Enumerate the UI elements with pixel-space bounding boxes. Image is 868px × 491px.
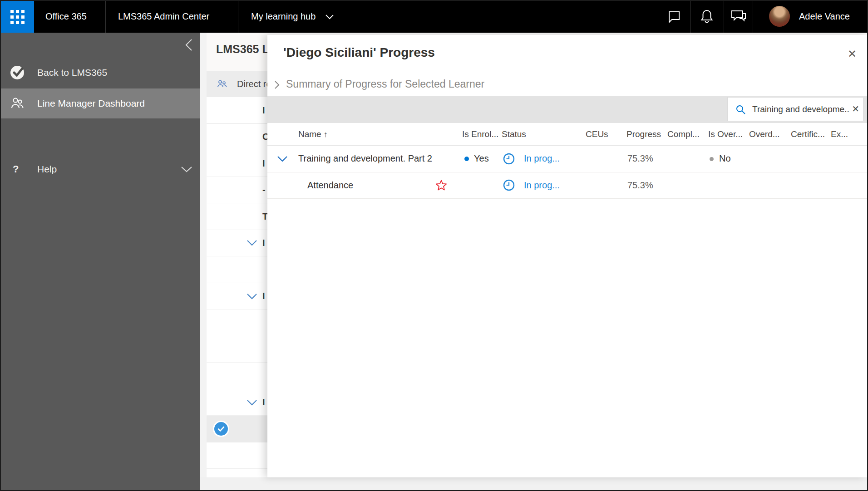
progress-panel: 'Diego Siciliani' Progress ✕ Summary of … bbox=[267, 35, 867, 477]
notifications-button[interactable] bbox=[691, 0, 723, 33]
topbar: Office 365 LMS365 Admin Center My learni… bbox=[0, 0, 868, 33]
sidebar-item-line-manager-dashboard[interactable]: Line Manager Dashboard bbox=[1, 88, 200, 118]
chat-button[interactable] bbox=[658, 0, 690, 33]
feedback-icon bbox=[731, 10, 746, 23]
panel-title: 'Diego Siciliani' Progress bbox=[283, 45, 435, 60]
search-value: Training and developme... bbox=[752, 98, 850, 121]
in-progress-clock-icon bbox=[503, 179, 515, 191]
breadcrumb-chevron-icon bbox=[273, 80, 281, 90]
brand-admin-center[interactable]: LMS365 Admin Center bbox=[118, 0, 209, 33]
avatar[interactable] bbox=[769, 6, 790, 27]
user-name[interactable]: Adele Vance bbox=[799, 0, 850, 33]
status-value[interactable]: In prog... bbox=[524, 145, 560, 172]
collapse-row-icon[interactable] bbox=[276, 155, 288, 162]
progress-value: 75.3% bbox=[627, 145, 653, 172]
column-header-expiry[interactable]: Ex... bbox=[831, 123, 848, 145]
breadcrumb[interactable]: Summary of Progress for Selected Learner bbox=[286, 78, 484, 90]
chevron-down-icon[interactable] bbox=[246, 239, 258, 246]
bell-icon bbox=[700, 9, 714, 24]
topbar-divider bbox=[753, 0, 753, 33]
in-progress-clock-icon bbox=[503, 152, 515, 165]
column-header-certificate[interactable]: Certific... bbox=[791, 123, 825, 145]
column-header-is-enrolled[interactable]: Is Enrol... bbox=[462, 123, 498, 145]
lms365-logo-icon bbox=[10, 65, 25, 80]
waffle-icon bbox=[10, 10, 25, 24]
sort-ascending-icon: ↑ bbox=[324, 130, 328, 139]
sidebar: Back to LMS365 Line Manager Dashboard ? … bbox=[1, 33, 200, 490]
brand-office365[interactable]: Office 365 bbox=[45, 0, 87, 33]
is-enrolled-value: Yes bbox=[474, 145, 489, 172]
overdue-dot-icon bbox=[710, 157, 714, 161]
people-icon bbox=[10, 96, 25, 111]
learning-hub-menu[interactable]: My learning hub bbox=[251, 0, 316, 33]
direct-reports-icon bbox=[217, 79, 227, 89]
favorite-star-icon[interactable] bbox=[435, 179, 448, 191]
table-row[interactable]: Attendance In prog... 75.3% bbox=[267, 172, 867, 199]
column-header-completed[interactable]: Compl... bbox=[667, 123, 700, 145]
search-input[interactable]: Training and developme... ✕ bbox=[727, 97, 863, 121]
close-icon[interactable]: ✕ bbox=[843, 45, 861, 63]
column-header-progress[interactable]: Progress bbox=[626, 123, 661, 145]
sidebar-item-back-to-lms365[interactable]: Back to LMS365 bbox=[1, 58, 200, 88]
background-page-title: LMS365 L bbox=[216, 43, 269, 56]
status-value[interactable]: In prog... bbox=[524, 172, 560, 198]
scrollbar-gutter bbox=[200, 477, 867, 490]
progress-value: 75.3% bbox=[627, 172, 653, 198]
page-gutter bbox=[200, 33, 207, 477]
search-icon bbox=[735, 104, 746, 115]
app-launcher-button[interactable] bbox=[1, 1, 34, 33]
enrolled-dot-icon bbox=[464, 157, 469, 161]
sidebar-item-label: Back to LMS365 bbox=[37, 58, 107, 88]
column-header-ceus[interactable]: CEUs bbox=[586, 123, 608, 145]
chat-icon bbox=[667, 10, 681, 23]
topbar-divider bbox=[105, 0, 106, 33]
row-selected-check-icon[interactable] bbox=[214, 422, 228, 436]
is-overdue-value: No bbox=[719, 145, 731, 172]
sidebar-collapse-button[interactable] bbox=[182, 37, 197, 53]
topbar-divider bbox=[238, 0, 238, 33]
sidebar-item-label: Help bbox=[37, 154, 57, 184]
chevron-down-icon bbox=[180, 165, 193, 173]
course-name[interactable]: Training and development. Part 2 bbox=[298, 145, 432, 172]
sidebar-item-label: Line Manager Dashboard bbox=[37, 88, 145, 118]
feedback-button[interactable] bbox=[723, 0, 755, 33]
table-row[interactable]: Training and development. Part 2 Yes In … bbox=[267, 145, 867, 172]
chevron-left-icon bbox=[182, 37, 197, 53]
clear-search-icon[interactable]: ✕ bbox=[852, 98, 859, 121]
screen: Office 365 LMS365 Admin Center My learni… bbox=[0, 0, 868, 491]
sidebar-item-help[interactable]: ? Help bbox=[1, 154, 200, 184]
table-header: Name↑ Is Enrol... Status CEUs Progress C… bbox=[267, 123, 867, 146]
column-header-overdue[interactable]: Overd... bbox=[749, 123, 780, 145]
chevron-down-icon[interactable] bbox=[325, 14, 334, 20]
column-header-status[interactable]: Status bbox=[502, 123, 526, 145]
column-header-is-overdue[interactable]: Is Over... bbox=[708, 123, 743, 145]
question-icon: ? bbox=[13, 154, 19, 184]
chevron-down-icon[interactable] bbox=[246, 293, 258, 300]
item-name[interactable]: Attendance bbox=[307, 172, 353, 198]
column-header-name[interactable]: Name↑ bbox=[298, 123, 328, 145]
chevron-down-icon[interactable] bbox=[246, 399, 258, 406]
